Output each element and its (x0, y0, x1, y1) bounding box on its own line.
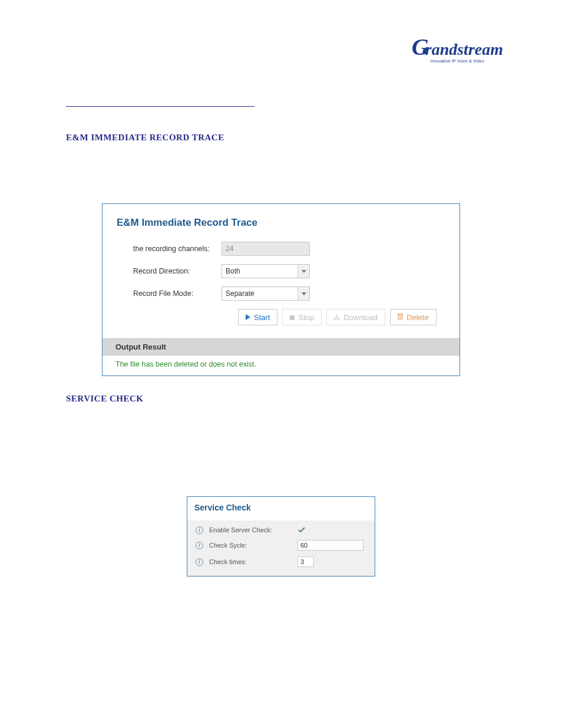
delete-button[interactable]: Delete (390, 309, 437, 325)
select-direction[interactable]: Both (222, 264, 310, 278)
label-channels: the recording channels: (117, 245, 222, 253)
service-check-title: Service Check (187, 497, 375, 521)
info-icon[interactable]: i (196, 526, 203, 534)
brand-logo: Grandstream Innovative IP Voice & Video (412, 35, 503, 63)
label-filemode: Record File Mode: (117, 289, 222, 298)
info-icon[interactable]: i (196, 542, 203, 549)
start-button[interactable]: Start (238, 309, 277, 325)
output-header: Output Result (103, 338, 459, 355)
svg-rect-4 (335, 318, 339, 319)
select-direction-value: Both (222, 264, 310, 278)
select-filemode-value: Separate (222, 286, 310, 301)
download-label: Download (343, 313, 378, 322)
stop-label: Stop (298, 313, 314, 322)
download-icon (334, 313, 340, 322)
em-trace-panel: E&M Immediate Record Trace the recording… (102, 203, 460, 376)
row-channels: the recording channels: (117, 242, 445, 256)
stop-icon (290, 313, 295, 322)
select-filemode[interactable]: Separate (222, 286, 310, 301)
checkbox-enable[interactable] (297, 526, 306, 534)
action-buttons: Start Stop Download Delete (117, 309, 445, 325)
label-check-times: Check times: (209, 558, 297, 565)
input-channels (222, 242, 310, 256)
logo-text: Grandstream (412, 35, 503, 59)
row-check-times: i Check times: (192, 554, 370, 570)
row-check-cycle: i Check Sycle: (192, 537, 370, 554)
row-enable-check: i Enable Server Check: (192, 523, 370, 537)
row-direction: Record Direction: Both (117, 264, 445, 278)
service-check-panel: Service Check i Enable Server Check: i C… (187, 496, 375, 577)
section-heading-em-trace: E&M IMMEDIATE RECORD TRACE (66, 133, 224, 143)
label-enable-check: Enable Server Check: (209, 526, 297, 533)
input-check-times[interactable] (297, 556, 314, 567)
start-label: Start (254, 313, 270, 322)
input-check-cycle[interactable] (297, 540, 363, 551)
divider (66, 106, 254, 107)
download-button[interactable]: Download (326, 309, 385, 325)
row-filemode: Record File Mode: Separate (117, 286, 445, 301)
svg-marker-2 (246, 314, 250, 320)
output-message: The file has been deleted or does not ex… (103, 355, 459, 375)
stop-button[interactable]: Stop (282, 309, 322, 325)
panel-title: E&M Immediate Record Trace (117, 217, 445, 229)
svg-rect-6 (398, 314, 403, 315)
info-icon[interactable]: i (196, 558, 203, 566)
section-heading-service-check: SERVICE CHECK (66, 394, 143, 404)
label-check-cycle: Check Sycle: (209, 542, 297, 549)
svg-rect-3 (290, 315, 295, 320)
delete-label: Delete (406, 313, 429, 322)
label-direction: Record Direction: (117, 267, 222, 275)
trash-icon (398, 313, 403, 322)
play-icon (246, 313, 250, 322)
